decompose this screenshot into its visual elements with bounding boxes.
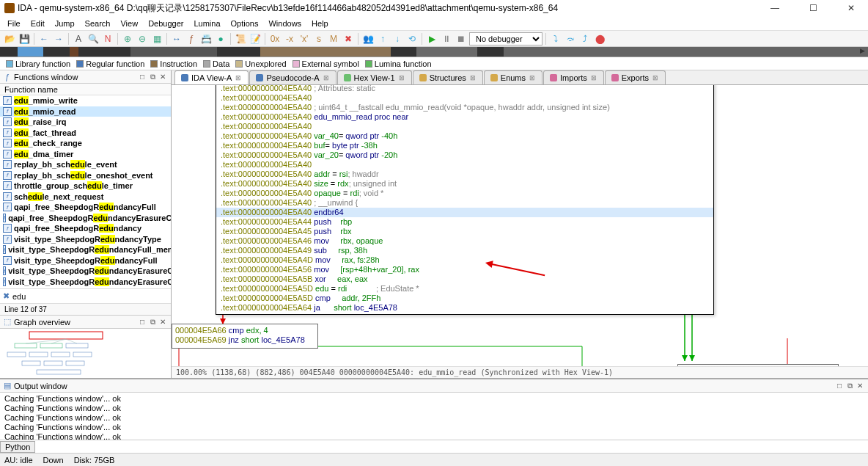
output-pin-button[interactable]: ⧉ [845,382,855,390]
disasm-line[interactable]: .text:00000000004E5A40 addr = rsi; hwadd… [216,170,713,179]
function-item[interactable]: fvisit_type_SheepdogRedundancyErasureCo [0,266,171,277]
disasm-line[interactable]: .text:00000000004E5A64 ja short loc_4E5A… [216,303,713,313]
tab-pseudocode-a[interactable]: Pseudocode-A⊠ [249,70,336,84]
disasm-line[interactable]: .text:00000000004E5A40 var_20= qword ptr… [216,150,713,160]
search-next-button[interactable]: N [101,32,114,45]
maximize-button[interactable]: ☐ [801,1,825,15]
tab-exports[interactable]: Exports⊠ [605,70,666,84]
zoom-fit-button[interactable]: ▦ [150,32,163,45]
disasm-main-block[interactable]: .text:00000000004E5A40 ; Attributes: sta… [216,85,714,315]
disasm-line[interactable]: .text:00000000004E5A40 [216,122,713,131]
menu-windows[interactable]: Windows [264,18,306,29]
calc-button[interactable]: 📇 [199,32,213,45]
disasm-line[interactable]: .text:00000000004E5A46 mov rbx, opaque [216,236,713,246]
disasm-line[interactable]: .text:00000000004E5A40 ; __unwind { [216,198,713,208]
disasm-line[interactable]: .text:00000000004E5A40 var_40= qword ptr… [216,131,713,141]
menu-options[interactable]: Options [227,18,263,29]
tab-imports[interactable]: Imports⊠ [543,70,604,84]
close-button[interactable]: ✕ [839,1,864,15]
tab-hex-view-1[interactable]: Hex View-1⊠ [337,70,412,84]
disasm-line[interactable]: .text:00000000004E5A40 edu_mmio_read pro… [216,112,713,122]
menu-edit[interactable]: Edit [26,18,49,29]
panel-undock-button[interactable]: □ [137,73,147,81]
disasm-block-right[interactable]: 📌 ▦ .text:00000000004E5A78 [677,364,839,366]
break-icon[interactable]: ⬤ [593,32,606,45]
function-item[interactable]: fvisit_type_SheepdogRedundancyFull_memb [0,244,171,255]
disasm-line[interactable]: .text:00000000004E5A49 sub rsp, 38h [216,246,713,255]
cancel-button[interactable]: ✖ [342,32,355,45]
function-item[interactable]: fvisit_type_SheepdogRedundancyType [0,234,171,245]
minimize-button[interactable]: — [762,1,787,15]
function-item[interactable]: fqapi_free_SheepdogRedundancy [0,223,171,234]
chart-button[interactable]: ● [214,32,227,45]
disasm-line[interactable]: 000004E5A69 jnz short loc_4E5A78 [175,335,315,345]
disasm-line[interactable]: .text:00000000004E5A40 [216,160,713,170]
menu-jump[interactable]: Jump [51,18,79,29]
pull-icon[interactable]: ↓ [391,32,404,45]
run-button[interactable]: ▶ [425,32,438,45]
ida-view[interactable]: .text:00000000004E5A40 ; Attributes: sta… [172,85,868,366]
disasm-line[interactable]: .text:00000000004E5A40 ; uint64_t __fast… [216,103,713,112]
seg-button[interactable]: s [312,32,326,45]
zoom-in-button[interactable]: ⊕ [121,32,134,45]
disasm-line[interactable]: .text:00000000004E5A56 mov [rsp+48h+var_… [216,265,713,274]
disasm-line[interactable]: .text:00000000004E5A44 push rbp [216,217,713,227]
function-item[interactable]: fedu_fact_thread [0,128,171,139]
disasm-block-2[interactable]: 000004E5A66 cmp edx, 4000004E5A69 jnz sh… [172,324,318,349]
stop-button[interactable]: ⏹ [455,32,468,45]
struct-button[interactable]: M [327,32,340,45]
repl-input[interactable] [35,441,868,453]
disasm-line[interactable]: .text:00000000004E5A5D edu = rdi ; EduSt… [216,284,713,294]
menu-help[interactable]: Help [307,18,333,29]
tab-close-icon[interactable]: ⊠ [469,74,477,81]
binary-search-button[interactable]: 🔍 [87,32,100,45]
menu-view[interactable]: View [116,18,142,29]
disasm-line[interactable]: .text:00000000004E5A4D mov rax, fs:28h [216,255,713,265]
tab-structures[interactable]: Structures⊠ [413,70,483,84]
notepad-button[interactable]: 📝 [249,32,262,45]
tab-close-icon[interactable]: ⊠ [590,74,597,81]
function-item[interactable]: fqapi_free_SheepdogRedundancyFull [0,202,171,213]
disasm-line[interactable]: .text:00000000004E5A40 opaque = rdi; voi… [216,189,713,198]
graph-overview-canvas[interactable] [0,329,171,378]
disasm-line[interactable]: .text:00000000004E5A45 push rbx [216,227,713,236]
lumina-icon[interactable]: 👥 [361,32,375,45]
disasm-line[interactable]: .text:00000000004E5A40 [216,93,713,103]
function-item[interactable]: freplay_bh_schedule_event [0,159,171,170]
zoom-out-button[interactable]: ⊖ [136,32,149,45]
tab-close-icon[interactable]: ⊠ [398,74,405,81]
disasm-line[interactable]: .text:00000000004E5A40 buf= byte ptr -38… [216,141,713,150]
output-undock-button[interactable]: □ [834,382,845,390]
output-close-button[interactable]: ✕ [855,382,865,390]
panel-pin-button[interactable]: ⧉ [147,73,158,81]
search-clear-icon[interactable]: ✖ [3,291,10,301]
disasm-line[interactable]: .text:00000000004E5A40 endbr64 [216,208,713,217]
function-item[interactable]: fedu_mmio_read [0,106,171,117]
function-item[interactable]: fedu_dma_timer [0,149,171,160]
step-over-icon[interactable]: ⤼ [564,32,577,45]
panel-close-button[interactable]: ✕ [158,73,168,81]
sync-icon[interactable]: ⟲ [405,32,419,45]
step-out-icon[interactable]: ⤴ [578,32,592,45]
function-item[interactable]: fedu_mmio_write [0,95,171,106]
tab-close-icon[interactable]: ⊠ [529,74,536,81]
debugger-selector[interactable]: No debugger [469,32,542,45]
disasm-line[interactable]: .text:00000000004E5A5B xor eax, eax [216,274,713,284]
graph-undock-button[interactable]: □ [137,318,147,326]
function-item[interactable]: fthrottle_group_schedule_timer [0,181,171,192]
step-into-icon[interactable]: ⤵ [549,32,562,45]
menu-file[interactable]: File [3,18,25,29]
functions-column-header[interactable]: Function name [0,84,171,95]
function-item[interactable]: fqapi_free_SheepdogRedundancyErasureCo [0,213,171,224]
back-button[interactable]: ← [37,32,51,45]
neg-button[interactable]: -x [283,32,296,45]
disasm-line[interactable]: .text:00000000004E5A40 ; Attributes: sta… [216,85,713,93]
function-item[interactable]: fschedule_next_request [0,192,171,203]
tab-ida-view-a[interactable]: IDA View-A⊠ [174,70,249,84]
function-item[interactable]: freplay_bh_schedule_oneshot_event [0,170,171,181]
function-item[interactable]: fvisit_type_SheepdogRedundancyFull [0,255,171,266]
tab-enums[interactable]: Enums⊠ [484,70,542,84]
char-button[interactable]: 'x' [298,32,311,45]
functions-list[interactable]: fedu_mmio_writefedu_mmio_readfedu_raise_… [0,95,171,288]
output-body[interactable]: Caching 'Functions window'... okCaching … [0,393,868,440]
